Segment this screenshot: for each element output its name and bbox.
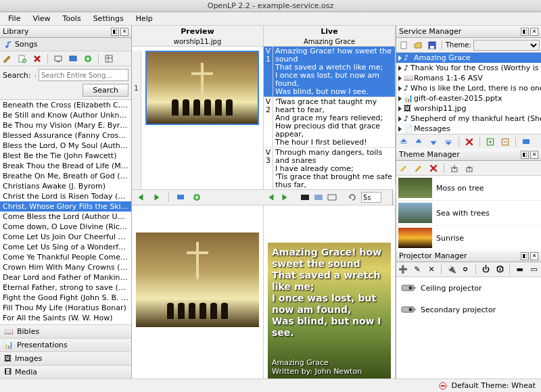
song-item[interactable]: Fight the Good Fight (John S. B. Monsell… (0, 293, 131, 303)
service-item[interactable]: 📊gift-of-easter-2015.pptx (396, 93, 541, 103)
service-item[interactable]: ♪Thank You for the Cross (Worthy is the … (396, 63, 541, 73)
service-item[interactable]: 📄Messages (396, 124, 541, 134)
new-theme-icon[interactable] (398, 162, 410, 174)
edit-projector-icon[interactable]: ✎ (412, 264, 423, 276)
delete-song-icon[interactable] (31, 53, 43, 65)
desktop-screen-icon[interactable] (327, 191, 337, 203)
preview-add-service-icon[interactable] (191, 191, 203, 203)
service-item[interactable]: ♪Who is like the Lord, there is no one (396, 83, 541, 93)
live-prev-icon[interactable] (266, 191, 276, 203)
service-list[interactable]: ♪Amazing Grace♪Thank You for the Cross (… (396, 53, 541, 134)
menu-settings[interactable]: Settings (88, 13, 129, 24)
new-service-icon[interactable] (398, 39, 410, 51)
live-slide-list[interactable]: V1Amazing Grace! how sweet the soundThat… (264, 47, 395, 189)
expand-all-icon[interactable] (484, 136, 496, 148)
song-item[interactable]: Be Still and Know (Author Unknown) (0, 110, 131, 120)
power-off-icon[interactable]: ⏼ (494, 264, 506, 276)
verse-block[interactable]: V3Through many dangers, toils and snares… (264, 148, 395, 189)
song-item[interactable]: Eternal Father, strong to save (William … (0, 283, 131, 293)
add-to-service-icon[interactable] (82, 53, 94, 65)
collapse-all-icon[interactable] (499, 136, 511, 148)
theme-close-icon[interactable]: ✕ (530, 151, 538, 159)
blank-screen-icon[interactable] (300, 191, 310, 203)
menu-tools[interactable]: Tools (57, 13, 87, 24)
connect-projector-icon[interactable]: 🔌 (446, 264, 457, 276)
service-theme-select[interactable] (473, 40, 540, 51)
song-item[interactable]: Breathe On Me, Breath of God (Edwin Hatc… (0, 171, 131, 181)
delete-theme-icon[interactable] (427, 162, 440, 174)
preview-next-icon[interactable] (151, 191, 163, 203)
service-item[interactable]: 🖼worship11.jpg (396, 103, 541, 114)
theme-screen-icon[interactable] (314, 191, 323, 203)
song-item[interactable]: Come Bless the Lord (Author Unknown) (0, 212, 131, 222)
song-item[interactable]: Dear Lord and Father of Mankind (John G.… (0, 272, 131, 283)
song-item[interactable]: Be Thou my Vision (Mary E. Byrne and Ele… (0, 120, 131, 130)
projector-list[interactable]: Ceiling projectorSecondary projector (396, 277, 541, 392)
theme-item[interactable]: Moss on tree (396, 176, 541, 201)
song-item[interactable]: Come Let Us Join Our Cheerful Songs (Isa… (0, 232, 131, 242)
library-tab[interactable]: 📖Bibles (0, 324, 131, 338)
preview-slide-list[interactable]: 1 (132, 47, 263, 189)
song-item[interactable]: Come down, O Love Divine (Richard F. Lit… (0, 222, 131, 232)
library-tab[interactable]: 🖼Images (0, 351, 131, 365)
library-tab[interactable]: 🎞Media (0, 365, 131, 378)
search-type-icon[interactable] (34, 70, 37, 80)
projector-item[interactable]: Ceiling projector (396, 277, 541, 299)
song-item[interactable]: Fill Thou My Life (Horatius Bonar) (0, 303, 131, 313)
library-close-icon[interactable]: ✕ (120, 28, 128, 36)
song-item[interactable]: Bless the Lord, O My Soul (Author Unknow… (0, 141, 131, 151)
save-service-icon[interactable] (426, 39, 438, 51)
verse-block[interactable]: V2'Twas grace that taught my heart to fe… (264, 97, 395, 148)
loop-delay-input[interactable] (361, 192, 381, 203)
disconnect-projector-icon[interactable]: ⭘ (460, 264, 471, 276)
menu-file[interactable]: File (3, 13, 26, 24)
song-item[interactable]: Blest Be the Tie (John Fawcett) (0, 151, 131, 161)
menu-view[interactable]: View (27, 13, 55, 24)
song-item[interactable]: Blessed Assurance (Fanny Crosby) (0, 130, 131, 141)
move-down-icon[interactable] (427, 136, 440, 148)
power-on-icon[interactable]: ⏻ (480, 264, 492, 276)
song-item[interactable]: Break Thou the Bread of Life (Mary A. La… (0, 161, 131, 171)
song-list[interactable]: Beneath the Cross (Elizabeth C. Clephane… (0, 99, 131, 324)
service-item[interactable]: ♪Amazing Grace (396, 53, 541, 63)
projector-undock-icon[interactable]: ◧ (521, 252, 529, 260)
export-theme-icon[interactable] (463, 162, 475, 174)
maintain-songs-icon[interactable] (103, 53, 115, 65)
expand-icon[interactable] (398, 86, 402, 91)
theme-undock-icon[interactable]: ◧ (521, 151, 529, 159)
delete-item-icon[interactable] (463, 136, 475, 148)
move-bottom-icon[interactable] (442, 136, 454, 148)
service-undock-icon[interactable]: ◧ (521, 28, 529, 36)
service-item[interactable]: 📖Romans 1:1-6 ASV (396, 73, 541, 83)
open-service-icon[interactable] (412, 39, 424, 51)
preview-prev-icon[interactable] (135, 191, 147, 203)
song-item[interactable]: Christians Awake (J. Byrom) (0, 181, 131, 191)
theme-list[interactable]: Moss on treeSea with treesSunrise (396, 176, 541, 250)
preview-thumbnail[interactable] (145, 51, 259, 125)
expand-icon[interactable] (398, 76, 402, 81)
search-button[interactable]: Search (83, 84, 128, 97)
preview-song-icon[interactable] (52, 53, 64, 65)
service-item[interactable]: ♪Shepherd of my thankful heart (Shepherd… (396, 114, 541, 124)
theme-item[interactable]: Sunrise (396, 226, 541, 250)
add-projector-icon[interactable]: ➕ (398, 264, 409, 276)
song-item[interactable]: Come Let Us Sing of a Wonderful Love (Ro… (0, 242, 131, 252)
edit-theme-icon[interactable] (413, 162, 425, 174)
delete-projector-icon[interactable]: ✕ (426, 264, 438, 276)
expand-icon[interactable] (398, 126, 402, 132)
song-item[interactable]: For All the Saints (W. W. How) (0, 313, 131, 323)
expand-icon[interactable] (398, 66, 402, 71)
edit-song-icon[interactable] (1, 53, 14, 65)
live-song-icon[interactable] (67, 53, 79, 65)
move-up-icon[interactable] (413, 136, 425, 148)
send-live-icon[interactable] (520, 136, 532, 148)
songs-tab-label[interactable]: Songs (15, 40, 37, 49)
blank-projector-icon[interactable]: ▬ (514, 264, 525, 276)
add-song-icon[interactable] (16, 53, 28, 65)
verse-block[interactable]: V1Amazing Grace! how sweet the soundThat… (264, 47, 395, 97)
song-item[interactable]: Christ the Lord is Risen Today (Charles … (0, 191, 131, 201)
move-top-icon[interactable] (398, 136, 410, 148)
library-tab[interactable]: 📊Presentations (0, 338, 131, 351)
song-item[interactable]: Christ, Whose Glory Fills the Skies (Cha… (0, 201, 131, 212)
projector-close-icon[interactable]: ✕ (530, 252, 538, 260)
